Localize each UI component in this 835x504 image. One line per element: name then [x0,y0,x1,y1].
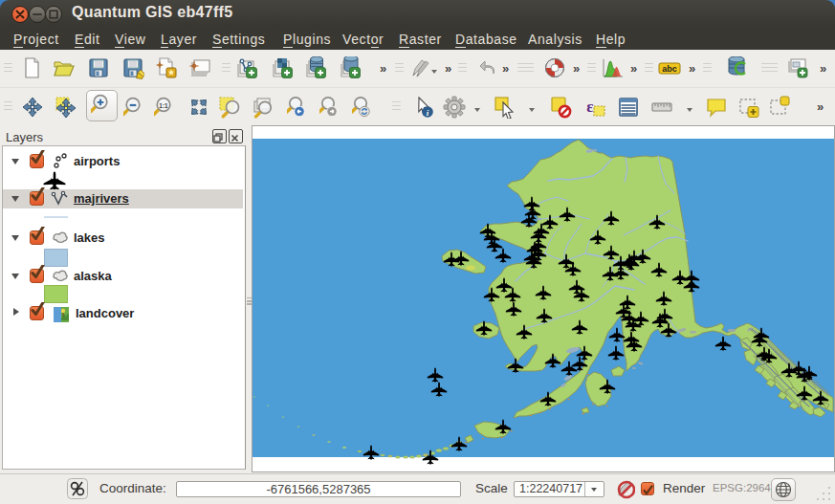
svg-text:ε: ε [586,98,593,116]
svg-text:abc: abc [662,64,677,74]
svg-text:1:1: 1:1 [159,102,168,109]
